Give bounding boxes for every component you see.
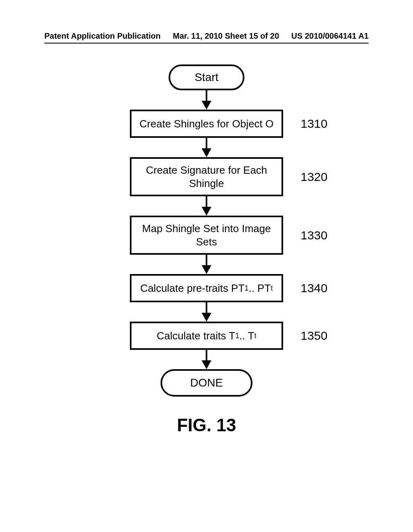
ref-label: 1310 [300, 117, 327, 131]
arrow-icon [198, 90, 215, 110]
svg-marker-9 [202, 313, 211, 322]
terminator-end: DONE [161, 369, 253, 397]
page-header: Patent Application Publication Mar. 11, … [0, 31, 413, 41]
svg-marker-3 [202, 148, 211, 157]
process-box: Create Signature for Each Shingle [130, 157, 283, 196]
terminator-start: Start [169, 64, 244, 90]
arrow-icon [198, 196, 215, 216]
header-right: US 2010/0064141 A1 [291, 31, 369, 41]
process-row-5: Calculate traits T1 .. Tt 1350 [61, 322, 352, 350]
svg-marker-7 [202, 265, 211, 274]
svg-marker-5 [202, 207, 211, 216]
ref-label: 1350 [300, 329, 327, 343]
arrow-icon [198, 302, 215, 322]
figure-caption: FIG. 13 [0, 415, 413, 435]
svg-marker-11 [202, 360, 211, 369]
header-rule [44, 43, 369, 44]
ref-label: 1320 [300, 170, 327, 184]
terminator-end-row: DONE [61, 369, 352, 397]
process-box: Calculate pre-traits PT1 .. PTt [130, 274, 283, 302]
arrow-icon [198, 255, 215, 274]
arrow-icon [198, 138, 215, 157]
process-box: Map Shingle Set into Image Sets [130, 216, 283, 255]
header-center: Mar. 11, 2010 Sheet 15 of 20 [173, 31, 280, 41]
terminator-start-row: Start [61, 64, 352, 90]
flowchart: Start Create Shingles for Object O 1310 … [0, 64, 413, 397]
process-box: Create Shingles for Object O [130, 110, 283, 138]
process-row-4: Calculate pre-traits PT1 .. PTt 1340 [61, 274, 352, 302]
svg-marker-1 [202, 101, 211, 110]
process-row-1: Create Shingles for Object O 1310 [61, 110, 352, 138]
header-left: Patent Application Publication [44, 31, 161, 41]
process-box: Calculate traits T1 .. Tt [130, 322, 283, 350]
ref-label: 1330 [300, 229, 327, 242]
ref-label: 1340 [300, 281, 327, 295]
arrow-icon [198, 350, 215, 369]
process-row-2: Create Signature for Each Shingle 1320 [61, 157, 352, 196]
process-row-3: Map Shingle Set into Image Sets 1330 [61, 216, 352, 255]
